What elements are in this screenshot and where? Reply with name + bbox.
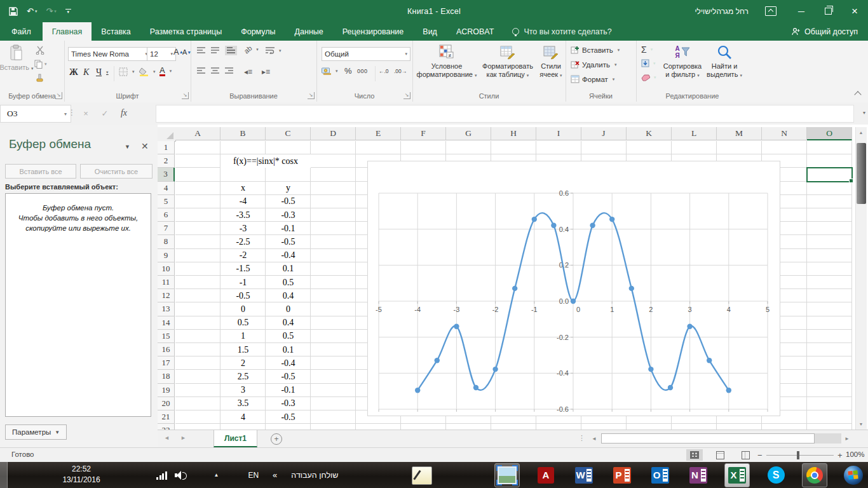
row-header-14[interactable]: 14 [158,316,175,330]
row-header-20[interactable]: 20 [158,397,175,410]
chrome-taskbar-button[interactable] [802,463,827,487]
x-value-row-13[interactable]: 0 [220,302,266,316]
y-value-row-21[interactable]: -0.5 [266,410,311,424]
page-break-view-button[interactable] [737,449,754,461]
x-value-row-11[interactable]: -1 [220,276,266,289]
tab-разметка-страницы[interactable]: Разметка страницы [140,22,231,41]
y-value-row-11[interactable]: 0.5 [266,276,311,289]
font-size-combo[interactable]: 12▾ [147,47,176,61]
horizontal-scrollbar[interactable]: ◄ ► [588,433,854,445]
column-header-F[interactable]: F [401,127,446,140]
sheet-tab-лист1[interactable]: Лист1 [214,430,257,447]
network-signal-icon[interactable] [156,471,167,480]
x-value-row-20[interactable]: 3.5 [220,397,266,410]
column-header-G[interactable]: G [446,127,491,140]
row-header-19[interactable]: 19 [158,384,175,397]
alignment-dialog-launcher[interactable]: ↘ [308,92,315,99]
vertical-scrollbar[interactable]: ▲ ▼ [855,127,867,430]
pane-close-button[interactable]: ✕ [141,141,149,151]
column-header-J[interactable]: J [581,127,627,140]
y-value-row-12[interactable]: 0.4 [266,289,311,302]
redo-button[interactable]: ↷▾ [46,7,56,15]
clear-all-button[interactable]: Очистить все [80,164,153,179]
table-header-x[interactable]: x [220,182,266,195]
y-value-row-9[interactable]: -0.4 [266,249,311,262]
collapse-ribbon-button[interactable] [854,91,861,98]
row-header-7[interactable]: 7 [158,222,175,235]
tab-file[interactable]: Файл [0,22,43,41]
expand-formula-bar-button[interactable]: ▾ [863,110,865,116]
language-indicator[interactable]: EN [248,471,259,480]
save-button[interactable] [9,7,18,16]
new-sheet-button[interactable]: + [271,433,282,445]
number-dialog-launcher[interactable]: ↘ [403,92,410,99]
undo-dropdown-caret[interactable]: ▾ [35,9,37,13]
cell-styles-button[interactable]: Стили ячеек [538,44,564,79]
previous-sheet-button[interactable]: ◄ [164,435,170,441]
formula-text-cell-B2[interactable]: f(x)==|sinx|* cosx [220,154,311,168]
skype-taskbar-button[interactable]: S [764,464,788,487]
row-header-9[interactable]: 9 [158,249,175,262]
powerpoint-taskbar-button[interactable]: P [610,464,634,487]
photo-viewer-taskbar-button[interactable] [494,463,520,487]
show-desktop-button[interactable] [0,462,8,488]
tab-главная[interactable]: Главная [43,22,92,41]
customize-quick-access-button[interactable]: ▾ [65,9,71,13]
selected-cell-O3[interactable] [806,167,853,182]
x-value-row-7[interactable]: -3 [220,222,266,235]
y-value-row-16[interactable]: 0.1 [266,343,311,356]
restore-button[interactable] [815,0,841,22]
clear-button[interactable]: ▾ [641,74,656,81]
percent-style-button[interactable]: % [344,66,352,76]
confirm-entry-button[interactable]: ✓ [97,105,113,121]
clipboard-dialog-launcher[interactable]: ↘ [55,92,62,99]
align-middle-button[interactable] [211,47,219,54]
borders-button[interactable] [119,67,135,76]
column-header-C[interactable]: C [266,127,311,140]
y-value-row-10[interactable]: 0.1 [266,262,311,276]
y-value-row-7[interactable]: -0.1 [266,222,311,235]
tab-acrobat[interactable]: ACROBAT [447,22,504,41]
share-button[interactable]: Общий доступ [782,22,868,41]
x-value-row-21[interactable]: 4 [220,410,266,424]
orientation-button[interactable]: ab [244,46,259,53]
scroll-down-button[interactable]: ▼ [856,419,866,430]
volume-icon[interactable] [175,471,185,480]
redo-dropdown-caret[interactable]: ▾ [54,9,57,13]
ribbon-display-options-button[interactable] [765,6,776,16]
increase-indent-button[interactable]: ▸≡ [262,67,270,76]
y-value-row-13[interactable]: 0 [266,302,311,316]
page-layout-view-button[interactable] [712,449,728,461]
column-header-N[interactable]: N [762,127,807,140]
clipboard-options-button[interactable]: Параметры▼ [5,424,67,440]
row-header-1[interactable]: 1 [158,141,175,154]
table-header-y[interactable]: y [266,182,311,195]
font-name-combo[interactable]: Times New Roma▾ [68,47,151,61]
x-value-row-6[interactable]: -3.5 [220,208,266,222]
x-value-row-19[interactable]: 3 [220,384,266,397]
italic-button[interactable]: К [83,67,89,78]
row-header-21[interactable]: 21 [158,410,175,424]
vertical-scroll-thumb[interactable] [857,143,866,204]
insert-cells-button[interactable]: Вставить [571,46,620,54]
fill-color-button[interactable] [139,67,156,76]
format-painter-button[interactable] [36,74,44,83]
row-header-10[interactable]: 10 [158,262,175,276]
font-dialog-launcher[interactable]: ↘ [182,92,189,99]
column-header-E[interactable]: E [356,127,401,140]
x-value-row-8[interactable]: -2.5 [220,235,266,248]
sort-filter-button[interactable]: АЯ Сортировка и фильтр [661,44,703,79]
wrap-text-button[interactable] [266,47,281,54]
select-all-corner[interactable] [158,127,176,142]
x-value-row-10[interactable]: -1.5 [220,262,266,276]
horizontal-scroll-thumb[interactable] [601,433,815,444]
pane-options-caret[interactable]: ▼ [125,144,130,150]
y-value-row-18[interactable]: -0.5 [266,370,311,383]
tab-scroll-splitter[interactable]: ⋮ [578,434,586,442]
cut-button[interactable] [36,46,45,55]
x-value-row-15[interactable]: 1 [220,330,266,343]
row-header-16[interactable]: 16 [158,343,175,356]
row-header-13[interactable]: 13 [158,302,175,316]
accounting-format-button[interactable] [322,67,338,75]
y-value-row-19[interactable]: -0.1 [266,384,311,397]
